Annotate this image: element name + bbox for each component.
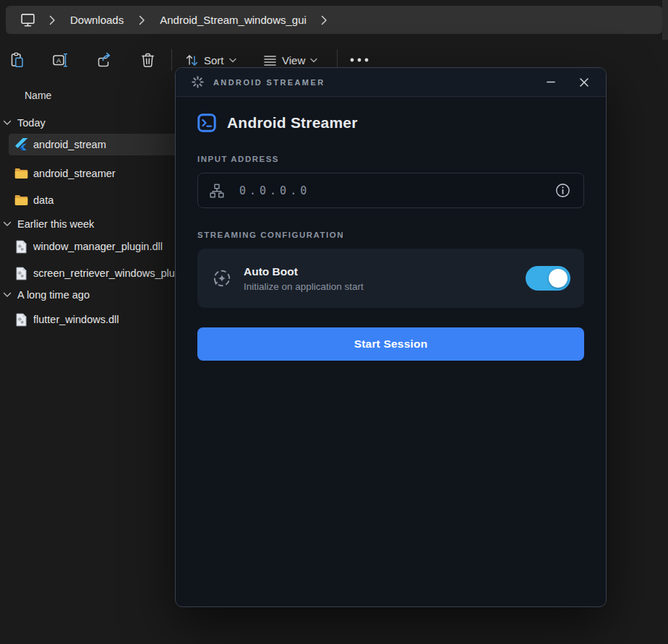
- breadcrumb: Downloads Android_Stream_windows_gui: [6, 6, 662, 34]
- desktop: Downloads Android_Stream_windows_gui: [0, 0, 668, 644]
- svg-text:A: A: [56, 56, 61, 64]
- chevron-down-icon: [310, 58, 317, 63]
- dialog-title: ANDROID STREAMER: [213, 78, 325, 87]
- group-label: Today: [17, 117, 46, 129]
- file-name: android_stream: [33, 139, 106, 150]
- dll-file-icon: [14, 267, 28, 280]
- delete-button[interactable]: [133, 46, 162, 74]
- folder-icon: [14, 167, 28, 181]
- app-heading: Android Streamer: [197, 113, 584, 132]
- chevron-expanded-icon: [3, 120, 12, 126]
- minimize-icon: [547, 81, 555, 83]
- input-address-label: INPUT ADDRESS: [197, 155, 584, 163]
- dll-file-icon: [14, 313, 28, 327]
- share-icon: [96, 52, 113, 68]
- rename-button[interactable]: A: [46, 46, 75, 74]
- sort-icon: [185, 53, 199, 67]
- window-edge: [662, 0, 668, 40]
- flutter-app-icon: [14, 138, 28, 152]
- paste-icon: [9, 52, 25, 68]
- column-header-name[interactable]: Name: [25, 87, 51, 104]
- address-field[interactable]: [197, 173, 584, 208]
- trash-icon: [140, 52, 155, 68]
- breadcrumb-item-downloads[interactable]: Downloads: [64, 12, 129, 28]
- share-button[interactable]: [90, 46, 119, 74]
- dialog-body: Android Streamer INPUT ADDRESS: [176, 113, 606, 361]
- address-input[interactable]: [239, 184, 554, 197]
- android-streamer-window: ANDROID STREAMER: [175, 67, 607, 607]
- close-button[interactable]: [571, 72, 597, 93]
- file-row[interactable]: screen_retriever_windows_plug: [0, 262, 181, 284]
- info-icon: [555, 183, 570, 198]
- network-icon: [210, 184, 224, 198]
- auto-boot-toggle[interactable]: [526, 266, 570, 291]
- file-row[interactable]: data: [0, 189, 53, 211]
- app-title: Android Streamer: [227, 114, 358, 132]
- group-label: A long time ago: [17, 289, 90, 301]
- file-name: window_manager_plugin.dll: [33, 241, 163, 252]
- chevron-right-icon: [40, 9, 64, 31]
- auto-boot-subtitle: Initialize on application start: [244, 281, 364, 292]
- auto-boot-title: Auto Boot: [244, 265, 364, 278]
- terminal-icon: [197, 113, 216, 132]
- file-name: data: [33, 194, 53, 206]
- file-row[interactable]: flutter_windows.dll: [0, 309, 119, 330]
- info-button[interactable]: [554, 181, 572, 199]
- auto-boot-text: Auto Boot Initialize on application star…: [244, 265, 364, 292]
- chevron-down-icon: [229, 58, 236, 63]
- group-label: Earlier this week: [17, 218, 94, 230]
- group-header-a-long-time-ago[interactable]: A long time ago: [0, 286, 90, 304]
- view-label: View: [282, 54, 305, 66]
- monitor-icon[interactable]: [15, 9, 40, 31]
- group-header-today[interactable]: Today: [0, 114, 46, 132]
- breadcrumb-dropdown-chevron-icon[interactable]: [312, 9, 337, 31]
- paste-button[interactable]: [3, 46, 32, 74]
- close-icon: [580, 78, 588, 87]
- dll-file-icon: [14, 240, 28, 254]
- streaming-configuration-label: STREAMING CONFIGURATION: [197, 231, 584, 239]
- view-icon: [263, 54, 277, 66]
- toolbar-divider: [171, 49, 172, 71]
- rename-icon: A: [52, 52, 69, 68]
- chevron-expanded-icon: [3, 221, 12, 227]
- group-header-earlier-this-week[interactable]: Earlier this week: [0, 215, 94, 233]
- breadcrumb-item-current-folder[interactable]: Android_Stream_windows_gui: [154, 12, 312, 28]
- chevron-expanded-icon: [3, 292, 12, 298]
- minimize-button[interactable]: [538, 72, 564, 93]
- file-name: flutter_windows.dll: [33, 314, 119, 325]
- chevron-right-icon: [129, 9, 154, 31]
- sort-label: Sort: [204, 54, 224, 66]
- file-name: android_streamer: [33, 168, 116, 179]
- dialog-titlebar[interactable]: ANDROID STREAMER: [176, 68, 606, 97]
- file-row[interactable]: android_streamer: [0, 163, 116, 184]
- toggle-knob: [549, 269, 568, 288]
- spinner-icon: [192, 76, 204, 88]
- auto-restart-icon: [211, 267, 233, 289]
- start-session-button[interactable]: Start Session: [197, 327, 584, 361]
- file-name: screen_retriever_windows_plug: [33, 267, 181, 279]
- folder-icon: [14, 194, 28, 207]
- more-ellipsis-icon: [350, 58, 369, 62]
- auto-boot-card: Auto Boot Initialize on application star…: [197, 249, 584, 308]
- file-row[interactable]: window_manager_plugin.dll: [0, 236, 163, 257]
